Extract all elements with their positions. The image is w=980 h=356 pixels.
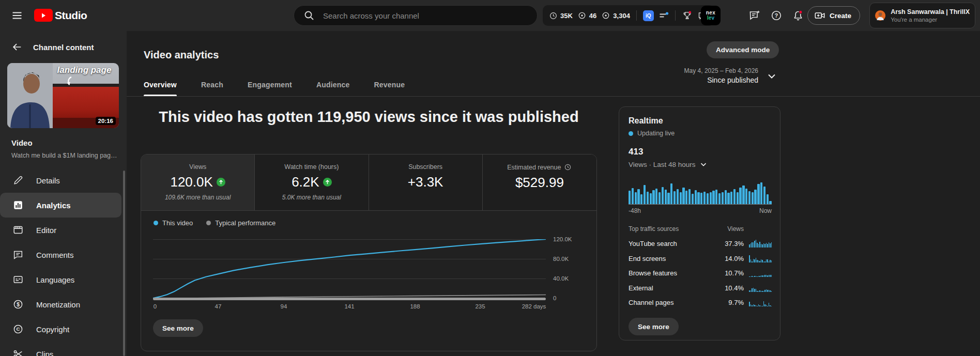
y-axis-tick: 80.0K [553, 256, 569, 262]
realtime-card: Realtime Updating live 413 Views · Last … [619, 106, 780, 340]
metric-card-views[interactable]: Views 120.0K 109.6K more than usual [141, 154, 255, 210]
overview-chart-card: Views 120.0K 109.6K more than usual Watc… [141, 154, 597, 351]
traffic-row-browse-features: Browse features 10.7% [629, 266, 772, 281]
views-headline: This video has gotten 119,950 views sinc… [141, 109, 597, 126]
traffic-sparkline [749, 240, 772, 247]
pencil-icon [12, 175, 24, 186]
divider [675, 10, 676, 21]
sidebar-item-editor[interactable]: Editor [0, 218, 121, 242]
y-axis-tick: 40.0K [553, 275, 569, 282]
live-dot-icon [629, 131, 633, 136]
x-axis-tick: 94 [281, 303, 287, 309]
tab-audience[interactable]: Audience [316, 73, 350, 96]
sidebar-item-clips[interactable]: Clips [0, 342, 121, 356]
metric-card-subscribers[interactable]: Subscribers +3.3K [369, 154, 483, 210]
thumbnail-title-text: landing page [52, 65, 117, 75]
notifications-bell-icon[interactable] [792, 9, 804, 22]
traffic-sparkline [749, 284, 772, 292]
realtime-axis: -48h Now [629, 207, 772, 214]
create-label: Create [830, 12, 851, 20]
account-menu[interactable]: Arsh Sanwarwala | ThrillX You're a manag… [869, 3, 975, 28]
realtime-bar-chart [629, 182, 772, 205]
realtime-views-count: 413 [629, 147, 643, 157]
back-label: Channel content [33, 43, 94, 52]
svg-text:?: ? [775, 12, 778, 19]
trend-up-icon [217, 178, 225, 187]
feedback-icon[interactable] [748, 9, 761, 22]
realtime-title: Realtime [629, 116, 663, 126]
rank-list-icon[interactable] [659, 10, 669, 21]
studio-logo[interactable]: Studio [34, 9, 87, 22]
profile-role: You're a manager [891, 17, 970, 23]
see-more-button[interactable]: See more [153, 319, 203, 337]
advanced-mode-button[interactable]: Advanced mode [707, 41, 779, 58]
sidebar-item-comments[interactable]: Comments [0, 242, 121, 267]
overview-line-chart [153, 239, 546, 299]
realtime-see-more-button[interactable]: See more [629, 318, 679, 335]
legend-typical-performance: Typical performance [206, 219, 275, 227]
sidebar-item-copyright[interactable]: C Copyright [0, 317, 121, 342]
watch-time-value: 6.2K [292, 174, 319, 190]
tab-engagement[interactable]: Engagement [248, 73, 292, 96]
thumbnail-arrow-icon [64, 76, 75, 87]
sidebar-item-monetization[interactable]: $ Monetization [0, 292, 121, 317]
back-to-channel-content[interactable]: Channel content [11, 41, 94, 53]
create-video-icon [814, 10, 825, 21]
sidebar-item-analytics[interactable]: Analytics [0, 193, 121, 218]
search-input[interactable] [322, 11, 533, 21]
traffic-row-end-screens: End screens 14.0% [629, 251, 772, 266]
metric-card-revenue[interactable]: Estimated revenue $529.99 [483, 154, 596, 210]
sidebar-item-details[interactable]: Details [0, 168, 121, 193]
realtime-views-caption[interactable]: Views · Last 48 hours [629, 160, 708, 169]
copyright-icon: C [12, 323, 24, 335]
traffic-row-external: External 10.4% [629, 281, 772, 296]
views-value: 120.0K [170, 174, 212, 190]
metric-card-watch-time[interactable]: Watch time (hours) 6.2K 5.0K more than u… [255, 154, 369, 210]
legend-this-video: This video [154, 219, 193, 227]
nexlev-extension-icon[interactable]: nex lev [701, 6, 721, 25]
profile-name: Arsh Sanwarwala | ThrillX [891, 8, 970, 16]
tab-overview[interactable]: Overview [144, 73, 177, 96]
video-thumbnail[interactable]: GO WHERE DOLLARS WON'T landing page 20:1… [7, 63, 119, 128]
analytics-tabs: Overview Reach Engagement Audience Reven… [144, 73, 405, 96]
views-delta: 109.6K more than usual [165, 194, 231, 201]
youtube-studio-app: Studio 35K 46 [0, 0, 980, 356]
help-icon[interactable]: ? [770, 9, 783, 22]
realtime-status: Updating live [629, 130, 675, 137]
date-range-text: May 4, 2025 – Feb 4, 2026 [684, 67, 758, 74]
chart-legend: This video Typical performance [154, 219, 275, 227]
trend-up-icon [323, 178, 332, 187]
watch-time-stat: 35K [549, 11, 573, 20]
tab-reach[interactable]: Reach [201, 73, 223, 96]
trophy-icon[interactable] [682, 10, 693, 21]
traffic-row-youtube-search: YouTube search 37.3% [629, 237, 772, 252]
vidiq-icon[interactable]: iQ [643, 10, 654, 21]
legend-dot [154, 221, 158, 225]
hamburger-menu-icon[interactable] [11, 10, 23, 21]
channel-search [294, 5, 538, 26]
create-button[interactable]: Create [807, 6, 860, 25]
sidebar-item-languages[interactable]: Languages [0, 267, 121, 292]
x-axis-tick: 141 [344, 303, 354, 309]
sidebar: Channel content GO WHERE DOLLARS WON'T l… [0, 31, 127, 356]
chevron-down-icon [765, 70, 778, 82]
x-axis-tick: 0 [154, 303, 157, 309]
views-icon [577, 11, 587, 20]
traffic-sparkline [749, 299, 772, 306]
chart-axis-scrubber[interactable] [153, 298, 546, 300]
comment-icon [12, 249, 24, 260]
svg-text:$: $ [17, 302, 20, 307]
video-menu: Details Analytics Editor [0, 168, 121, 356]
date-range-picker[interactable]: May 4, 2025 – Feb 4, 2026 Since publishe… [684, 67, 778, 84]
views-stat-large: 3,304 [601, 11, 630, 20]
brand-name: Studio [55, 9, 87, 22]
subscribers-value: +3.3K [408, 174, 443, 190]
sidebar-scrollbar[interactable] [123, 171, 125, 356]
subtitles-icon [12, 274, 24, 285]
tab-revenue[interactable]: Revenue [374, 73, 405, 96]
header-divider [127, 96, 980, 97]
channel-stats-pill[interactable]: 35K 46 3,304 iQ [543, 5, 714, 26]
youtube-play-icon [34, 9, 53, 22]
x-axis-tick: 188 [410, 303, 420, 309]
views-icon [601, 11, 610, 20]
